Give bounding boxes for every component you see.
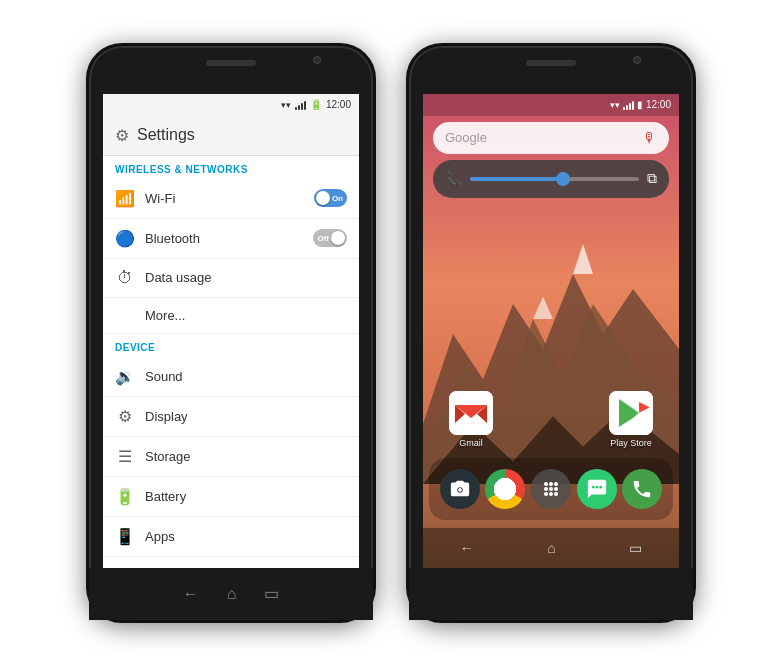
phone2-bottom [409, 568, 693, 620]
play-store-app[interactable]: ▶ Play Store [609, 391, 653, 448]
toggle-on-text: On [332, 194, 343, 203]
play-store-icon: ▶ [609, 391, 653, 435]
wifi-status-icon: ▾▾ [281, 100, 291, 110]
phone-dock-icon[interactable] [622, 469, 662, 509]
svg-marker-4 [573, 244, 593, 274]
bar4 [304, 101, 306, 110]
display-icon: ⚙ [115, 407, 135, 426]
mic-icon[interactable]: 🎙 [643, 130, 657, 146]
svg-point-26 [554, 492, 558, 496]
data-usage-label: Data usage [145, 270, 347, 285]
android-home: ▾▾ ▮ 12:00 Google 🎙 📞 [423, 94, 679, 568]
home-nav: ← ⌂ ▭ [423, 528, 679, 568]
battery-label: Battery [145, 489, 347, 504]
home-time: 12:00 [646, 99, 671, 110]
data-icon: ⏱ [115, 269, 135, 287]
speaker [206, 60, 256, 66]
display-label: Display [145, 409, 347, 424]
gmail-label: Gmail [459, 438, 483, 448]
hbar1 [623, 107, 625, 110]
status-time: 12:00 [326, 99, 351, 110]
bluetooth-icon: 🔵 [115, 229, 135, 248]
recents-button[interactable]: ▭ [264, 584, 279, 603]
home-screen: ▾▾ ▮ 12:00 Google 🎙 📞 [423, 94, 679, 568]
settings-screen: ▾▾ 🔋 12:00 ⚙ Settings WIRELESS & NETWORK… [103, 94, 359, 568]
google-label: Google [445, 130, 487, 145]
storage-item[interactable]: ☰ Storage [103, 437, 359, 477]
home-back-button[interactable]: ← [460, 540, 474, 556]
phone-home: ▾▾ ▮ 12:00 Google 🎙 📞 [406, 43, 696, 623]
apps-item[interactable]: 📱 Apps [103, 517, 359, 557]
svg-point-17 [458, 488, 462, 492]
display-item[interactable]: ⚙ Display [103, 397, 359, 437]
chrome-dock-icon[interactable] [485, 469, 525, 509]
apps-row: Gmail ▶ Play Store [423, 391, 679, 448]
svg-point-28 [595, 485, 598, 488]
battery-item-icon: 🔋 [115, 487, 135, 506]
camera-dock-icon[interactable] [440, 469, 480, 509]
signal-bars [295, 100, 306, 110]
svg-point-25 [549, 492, 553, 496]
section-device: DEVICE [103, 334, 359, 357]
bar1 [295, 107, 297, 110]
bluetooth-label: Bluetooth [145, 231, 303, 246]
bluetooth-toggle[interactable]: Off [313, 229, 347, 247]
more-label: More... [145, 308, 347, 323]
settings-icon: ⚙ [115, 126, 129, 145]
settings-header: ⚙ Settings [103, 116, 359, 156]
sound-icon: 🔉 [115, 367, 135, 386]
toggle-knob-off [331, 231, 345, 245]
phone2-camera [633, 56, 641, 64]
wifi-icon: 📶 [115, 189, 135, 208]
status-bar: ▾▾ 🔋 12:00 [103, 94, 359, 116]
battery-icon: 🔋 [310, 99, 322, 110]
bluetooth-item[interactable]: 🔵 Bluetooth Off [103, 219, 359, 259]
hangouts-dock-icon[interactable] [577, 469, 617, 509]
hbar4 [632, 101, 634, 110]
more-item[interactable]: More... [103, 298, 359, 334]
home-status-bar: ▾▾ ▮ 12:00 [423, 94, 679, 116]
svg-point-23 [554, 487, 558, 491]
home-wifi-icon: ▾▾ [610, 100, 620, 110]
svg-point-18 [544, 482, 548, 486]
phone-nav: ← ⌂ ▭ [89, 568, 373, 620]
bar3 [301, 103, 303, 110]
phone2-speaker [526, 60, 576, 66]
apps-icon: 📱 [115, 527, 135, 546]
svg-point-21 [544, 487, 548, 491]
svg-text:▶: ▶ [639, 398, 650, 414]
svg-point-22 [549, 487, 553, 491]
home-dock [429, 458, 673, 520]
sound-label: Sound [145, 369, 347, 384]
data-usage-item[interactable]: ⏱ Data usage [103, 259, 359, 298]
home-recents-button[interactable]: ▭ [629, 540, 642, 556]
home-home-button[interactable]: ⌂ [547, 540, 555, 556]
hbar2 [626, 105, 628, 110]
sound-item[interactable]: 🔉 Sound [103, 357, 359, 397]
gmail-app[interactable]: Gmail [449, 391, 493, 448]
section-wireless: WIRELESS & NETWORKS [103, 156, 359, 179]
wifi-label: Wi-Fi [145, 191, 304, 206]
storage-icon: ☰ [115, 447, 135, 466]
svg-point-29 [599, 485, 602, 488]
svg-point-27 [592, 485, 595, 488]
wifi-item[interactable]: 📶 Wi-Fi On [103, 179, 359, 219]
volume-slider[interactable] [470, 177, 639, 181]
home-signal [623, 100, 634, 110]
play-store-label: Play Store [610, 438, 652, 448]
gmail-icon [449, 391, 493, 435]
svg-point-20 [554, 482, 558, 486]
svg-marker-3 [533, 296, 553, 319]
home-button[interactable]: ⌂ [227, 585, 237, 603]
back-button[interactable]: ← [183, 585, 199, 603]
phone-top [89, 46, 373, 94]
wifi-toggle[interactable]: On [314, 189, 347, 207]
storage-label: Storage [145, 449, 347, 464]
svg-point-19 [549, 482, 553, 486]
apps-label: Apps [145, 529, 347, 544]
all-apps-icon[interactable] [531, 469, 571, 509]
battery-item[interactable]: 🔋 Battery [103, 477, 359, 517]
google-search-bar[interactable]: Google 🎙 [433, 122, 669, 154]
bar2 [298, 105, 300, 110]
svg-point-24 [544, 492, 548, 496]
